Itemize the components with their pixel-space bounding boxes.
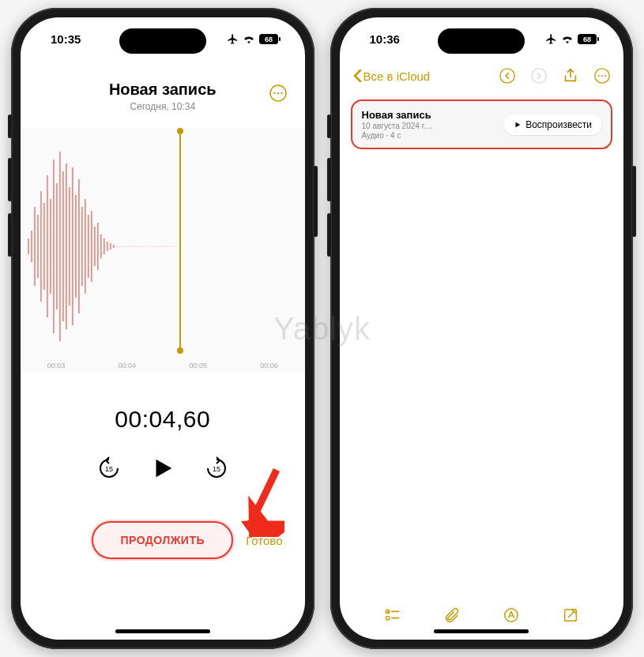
waveform[interactable]: 00:03 00:04 00:05 00:06	[21, 128, 305, 371]
share-icon[interactable]	[562, 67, 579, 84]
svg-point-4	[273, 92, 275, 94]
ruler-tick: 00:03	[47, 362, 66, 370]
recording-subtitle: Сегодня, 10:34	[35, 101, 291, 112]
svg-point-50	[386, 616, 390, 620]
svg-point-45	[598, 75, 600, 77]
svg-text:15: 15	[105, 465, 113, 473]
svg-point-46	[601, 75, 603, 77]
card-title: Новая запись	[362, 109, 497, 121]
timer: 00:04,60	[21, 406, 305, 433]
back-label: Все в iCloud	[363, 69, 431, 83]
volume-down[interactable]	[327, 213, 331, 257]
svg-point-6	[281, 92, 282, 94]
compose-icon[interactable]	[562, 606, 579, 624]
playhead[interactable]	[179, 128, 181, 354]
svg-rect-40	[597, 37, 599, 41]
volume-up[interactable]	[327, 158, 331, 201]
card-meta: Аудио · 4 с	[362, 131, 497, 140]
volume-down[interactable]	[8, 213, 12, 257]
svg-point-5	[277, 92, 278, 94]
status-time: 10:36	[370, 32, 400, 46]
dynamic-island	[438, 28, 525, 54]
volume-up[interactable]	[8, 158, 12, 201]
more-icon[interactable]	[269, 84, 288, 103]
svg-point-43	[532, 69, 546, 83]
more-icon[interactable]	[593, 67, 611, 84]
dynamic-island	[119, 28, 206, 54]
card-subtitle: 10 августа 2024 г....	[362, 122, 497, 130]
skip-back-icon[interactable]: 15	[97, 456, 121, 480]
home-indicator[interactable]	[434, 629, 529, 633]
waveform-svg	[21, 128, 305, 371]
power-button[interactable]	[632, 166, 636, 237]
airplane-icon	[545, 33, 557, 45]
checklist-icon[interactable]	[384, 606, 401, 624]
continue-button[interactable]: ПРОДОЛЖИТЬ	[92, 521, 233, 559]
home-indicator[interactable]	[115, 629, 210, 633]
airplane-icon	[227, 33, 239, 45]
done-button[interactable]: Готово	[246, 534, 282, 547]
battery-icon: 68	[578, 34, 600, 44]
audio-attachment-card[interactable]: Новая запись 10 августа 2024 г.... Аудио…	[351, 99, 613, 149]
svg-point-42	[500, 69, 514, 83]
battery-icon: 68	[259, 34, 281, 44]
recording-title: Новая запись	[35, 81, 291, 99]
status-time: 10:35	[51, 32, 81, 46]
wifi-icon	[243, 34, 255, 43]
play-label: Воспроизвести	[525, 119, 592, 130]
back-button[interactable]: Все в iCloud	[352, 69, 431, 83]
phone-left: 10:35 68 Новая запись Сегодня, 10:34	[11, 8, 314, 649]
undo-icon[interactable]	[499, 67, 516, 84]
play-icon	[514, 121, 522, 129]
svg-rect-1	[279, 37, 281, 41]
time-ruler: 00:03 00:04 00:05 00:06	[21, 362, 305, 370]
svg-text:68: 68	[264, 36, 272, 43]
attachment-icon[interactable]	[443, 606, 461, 624]
markup-icon[interactable]	[503, 606, 520, 624]
redo-icon[interactable]	[530, 67, 548, 84]
chevron-left-icon	[352, 69, 362, 83]
play-icon[interactable]	[149, 455, 176, 482]
phone-right: 10:36 68 Все в iCloud Новая запись	[330, 8, 634, 649]
svg-text:68: 68	[583, 36, 591, 43]
ruler-tick: 00:05	[189, 362, 207, 370]
play-button[interactable]: Воспроизвести	[504, 115, 601, 135]
mute-switch[interactable]	[327, 115, 331, 138]
wifi-icon	[561, 34, 574, 43]
notes-toolbar	[340, 606, 624, 624]
skip-forward-icon[interactable]: 15	[205, 456, 228, 480]
svg-text:15: 15	[213, 465, 220, 473]
mute-switch[interactable]	[8, 115, 12, 138]
svg-point-47	[604, 75, 606, 77]
ruler-tick: 00:06	[260, 362, 278, 370]
ruler-tick: 00:04	[119, 362, 137, 370]
power-button[interactable]	[314, 166, 318, 237]
